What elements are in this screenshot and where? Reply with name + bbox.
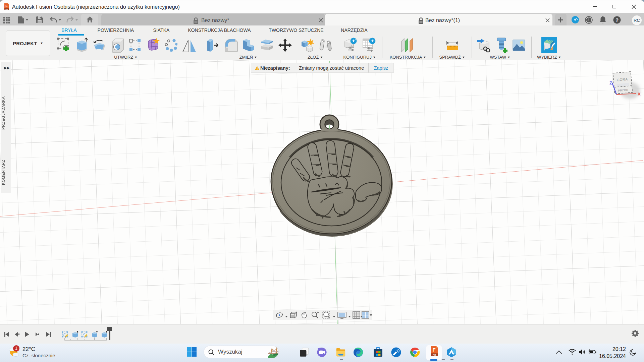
svg-text:F: F (5, 4, 8, 8)
svg-text:?: ? (615, 17, 619, 23)
svg-text:F: F (432, 347, 435, 353)
svg-text:FUS: FUS (6, 9, 8, 10)
svg-text:Z: Z (609, 80, 612, 85)
svg-text:FUS: FUS (433, 354, 436, 356)
svg-text:X: X (638, 92, 641, 97)
